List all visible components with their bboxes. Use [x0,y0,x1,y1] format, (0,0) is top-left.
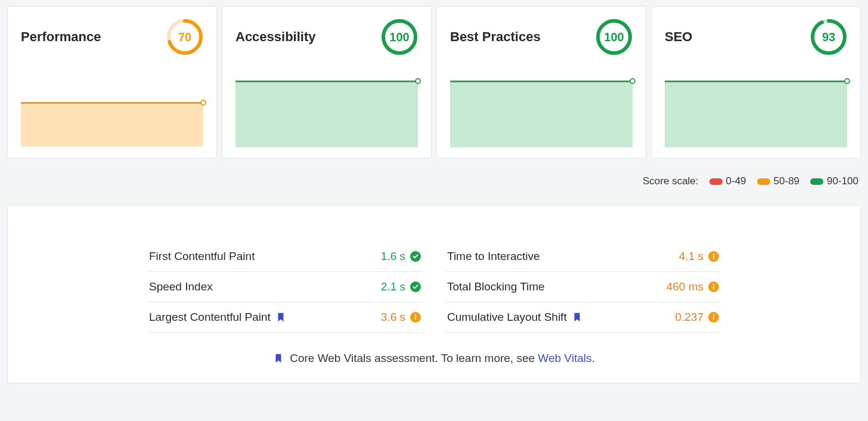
svg-rect-20 [713,316,714,320]
performance-gauge: 70 [166,18,203,55]
metric-first-contentful-paint[interactable]: First Contentful Paint 1.6 s [148,242,422,272]
core-web-vitals-footnote: Core Web Vitals assessment. To learn mor… [8,352,860,365]
metrics-panel: First Contentful Paint 1.6 s Speed Index… [7,205,861,383]
legend-pill-green [810,178,823,185]
bookmark-icon [273,353,284,364]
metrics-column-left: First Contentful Paint 1.6 s Speed Index… [148,242,422,333]
info-circle-icon [708,312,719,323]
check-circle-icon [410,281,421,292]
metric-time-to-interactive[interactable]: Time to Interactive 4.1 s [446,242,720,272]
svg-point-18 [713,284,714,285]
svg-point-12 [415,314,416,315]
web-vitals-link[interactable]: Web Vitals [538,352,591,364]
legend-label: Score scale: [643,175,699,187]
check-circle-icon [410,251,421,262]
seo-sparkline [665,81,847,147]
legend-pill-orange [757,178,770,185]
metric-largest-contentful-paint[interactable]: Largest Contentful Paint 3.6 s [148,302,422,333]
score-scale-legend: Score scale: 0-49 50-89 90-100 [7,175,858,187]
svg-rect-14 [713,255,714,259]
card-title: Performance [21,29,101,45]
metric-cumulative-layout-shift[interactable]: Cumulative Layout Shift 0.237 [446,302,720,333]
svg-rect-17 [713,286,714,289]
performance-card[interactable]: Performance 70 [7,6,217,159]
best-practices-gauge: 100 [596,18,633,55]
legend-range-high: 90-100 [810,175,858,187]
card-title: Best Practices [450,29,541,45]
info-circle-icon [708,281,719,292]
svg-rect-11 [415,316,416,320]
svg-point-15 [713,253,714,255]
legend-pill-red [709,178,723,185]
legend-range-low: 0-49 [709,175,746,187]
score-cards: Performance 70 Accessibility 100 [7,6,861,159]
accessibility-gauge: 100 [381,18,418,55]
seo-gauge: 93 [810,18,847,55]
info-circle-icon [410,312,421,323]
metrics-column-right: Time to Interactive 4.1 s Total Blocking… [446,242,720,333]
seo-card[interactable]: SEO 93 [651,6,861,159]
info-circle-icon [708,251,719,262]
best-practices-sparkline [450,81,633,147]
accessibility-card[interactable]: Accessibility 100 [222,6,432,159]
svg-point-21 [713,314,714,315]
bookmark-icon [572,312,582,323]
card-title: Accessibility [235,29,316,45]
metric-speed-index[interactable]: Speed Index 2.1 s [148,272,422,302]
legend-range-mid: 50-89 [757,175,799,187]
bookmark-icon [275,312,286,323]
accessibility-sparkline [235,81,418,147]
card-title: SEO [665,29,692,45]
best-practices-card[interactable]: Best Practices 100 [436,6,646,159]
performance-sparkline [21,102,203,147]
metric-total-blocking-time[interactable]: Total Blocking Time 460 ms [446,272,720,302]
